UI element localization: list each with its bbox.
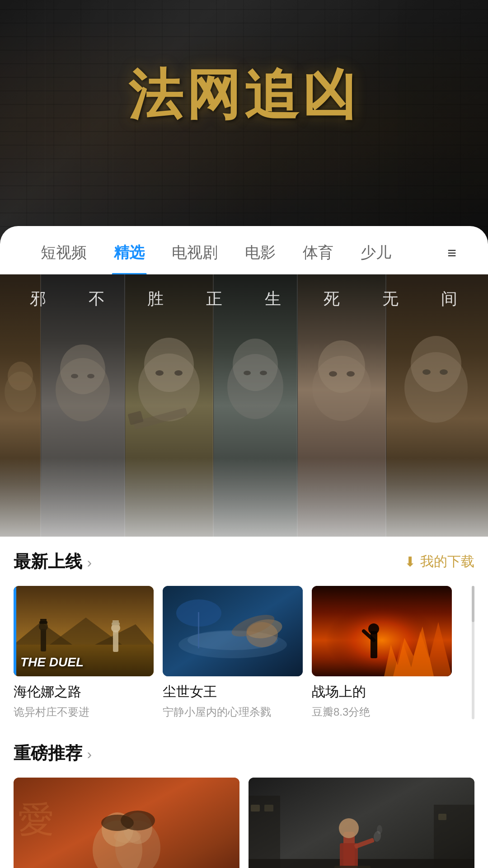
featured-bg-warm: 愛 xyxy=(14,778,239,868)
svg-rect-52 xyxy=(41,629,46,651)
banner-text-overlay: 邪 不 胜 正 生 死 无 间 xyxy=(0,288,488,310)
item-title-helena: 海伦娜之路 xyxy=(14,683,154,701)
featured-thumb-jianghu: 全40集 xyxy=(249,778,474,868)
svg-rect-88 xyxy=(251,805,260,811)
featured-title-group: 重磅推荐 › xyxy=(14,742,92,765)
svg-rect-59 xyxy=(113,620,119,624)
thumbnail-helena: THE DUEL xyxy=(14,586,154,676)
svg-rect-8 xyxy=(0,0,90,253)
banner-char-4: 正 xyxy=(206,288,223,310)
tab-tv-drama[interactable]: 电视剧 xyxy=(158,242,231,263)
svg-point-83 xyxy=(114,830,141,843)
featured-arrow: › xyxy=(87,746,92,762)
love-artwork: 愛 xyxy=(14,778,239,868)
tab-short-video[interactable]: 短视频 xyxy=(27,242,100,263)
dustqueen-artwork xyxy=(163,586,303,676)
tab-featured[interactable]: 精选 xyxy=(100,242,158,263)
latest-title: 最新上线 xyxy=(14,552,82,571)
featured-item-jianghu[interactable]: 全40集 江湖正道·斗顽匪 xyxy=(249,778,474,868)
featured-item-love[interactable]: 愛 xyxy=(14,778,239,868)
featured-title: 重磅推荐 xyxy=(14,744,82,763)
featured-grid: 愛 xyxy=(14,778,474,868)
battlefield-artwork xyxy=(312,586,452,676)
list-item[interactable]: THE DUEL 海伦娜之路 诡异村庄不要进 xyxy=(14,586,154,719)
tab-sports[interactable]: 体育 xyxy=(289,242,347,263)
latest-section: 最新上线 › ⬇ 我的下载 xyxy=(0,537,488,728)
main-content-card: 短视频 精选 电视剧 电影 体育 少儿 ≡ 邪 不 胜 正 生 死 无 间 xyxy=(0,226,488,868)
list-item[interactable]: 战场上的 豆瓣8.3分绝 xyxy=(312,586,452,719)
hero-title: 法网追凶 xyxy=(128,59,360,132)
svg-point-96 xyxy=(377,825,382,834)
svg-point-73 xyxy=(368,623,379,634)
svg-rect-9 xyxy=(398,0,488,253)
latest-content-list: THE DUEL 海伦娜之路 诡异村庄不要进 xyxy=(14,586,474,719)
item-subtitle-dustqueen: 宁静小屋内的心理杀戮 xyxy=(163,705,303,719)
svg-point-82 xyxy=(101,815,134,831)
banner-char-1: 邪 xyxy=(30,288,47,310)
download-button[interactable]: ⬇ 我的下载 xyxy=(404,552,474,571)
svg-rect-67 xyxy=(198,612,199,648)
svg-rect-54 xyxy=(113,630,118,652)
item-title-battlefield: 战场上的 xyxy=(312,683,452,701)
item-subtitle-battlefield: 豆瓣8.3分绝 xyxy=(312,705,452,719)
scroll-indicator xyxy=(472,586,474,719)
list-item[interactable]: 尘世女王 宁静小屋内的心理杀戮 xyxy=(163,586,303,719)
download-label: 我的下载 xyxy=(420,552,474,571)
banner-char-7: 无 xyxy=(382,288,399,310)
scroll-thumb xyxy=(472,586,474,622)
thumb-bg-duel: THE DUEL xyxy=(14,586,154,676)
latest-arrow: › xyxy=(87,554,92,571)
svg-rect-72 xyxy=(371,631,377,658)
hero-section: 法网追凶 xyxy=(0,0,488,253)
item-subtitle-helena: 诡异村庄不要进 xyxy=(14,705,154,719)
duel-text-overlay: THE DUEL xyxy=(20,655,84,670)
thumbnail-dustqueen xyxy=(163,586,303,676)
svg-text:愛: 愛 xyxy=(18,800,54,840)
tab-kids[interactable]: 少儿 xyxy=(347,242,405,263)
download-icon: ⬇ xyxy=(404,554,416,570)
latest-section-header: 最新上线 › ⬇ 我的下载 xyxy=(14,550,474,573)
hero-banner[interactable]: 邪 不 胜 正 生 死 无 间 xyxy=(0,274,488,537)
svg-rect-97 xyxy=(334,866,371,868)
svg-rect-46 xyxy=(0,274,488,537)
thumb-bg-fire xyxy=(312,586,452,676)
nav-tabs-container: 短视频 精选 电视剧 电影 体育 少儿 ≡ xyxy=(0,226,488,274)
latest-title-group: 最新上线 › xyxy=(14,550,92,573)
thumb-bg-blue xyxy=(163,586,303,676)
svg-rect-90 xyxy=(438,814,446,820)
item-title-dustqueen: 尘世女王 xyxy=(163,683,303,701)
banner-char-3: 胜 xyxy=(147,288,164,310)
banner-char-5: 生 xyxy=(265,288,282,310)
svg-rect-89 xyxy=(264,805,273,811)
banner-char-2: 不 xyxy=(89,288,106,310)
featured-thumb-love: 愛 xyxy=(14,778,239,868)
thumbnail-battlefield xyxy=(312,586,452,676)
jianghu-artwork xyxy=(249,778,474,868)
banner-char-8: 间 xyxy=(441,288,458,310)
featured-section: 重磅推荐 › xyxy=(0,728,488,868)
accent-bar xyxy=(14,586,16,676)
featured-bg-dark xyxy=(249,778,474,868)
banner-faces-svg xyxy=(0,274,488,537)
svg-point-92 xyxy=(339,818,359,838)
banner-char-6: 死 xyxy=(324,288,341,310)
menu-icon[interactable]: ≡ xyxy=(443,244,461,262)
featured-section-header: 重磅推荐 › xyxy=(14,742,474,765)
svg-rect-57 xyxy=(40,619,47,623)
tab-movie[interactable]: 电影 xyxy=(231,242,289,263)
